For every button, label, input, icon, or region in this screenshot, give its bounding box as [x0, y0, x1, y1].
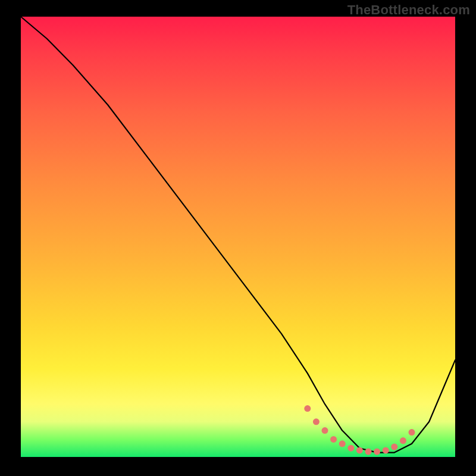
optimal-zone-dot — [400, 437, 406, 444]
optimal-zone-dot — [409, 429, 415, 436]
bottleneck-curve-line — [21, 17, 455, 453]
optimal-zone-dot — [347, 445, 354, 452]
optimal-zone-dot — [330, 436, 337, 443]
optimal-zone-markers — [304, 405, 415, 455]
optimal-zone-dot — [365, 449, 372, 455]
optimal-zone-dot — [339, 440, 346, 447]
plot-area — [21, 17, 455, 457]
optimal-zone-dot — [356, 447, 363, 453]
chart-svg — [21, 17, 455, 457]
optimal-zone-dot — [313, 418, 320, 425]
optimal-zone-dot — [383, 447, 389, 453]
optimal-zone-dot — [322, 427, 328, 434]
chart-frame: TheBottleneck.com — [0, 0, 476, 476]
optimal-zone-dot — [391, 444, 397, 450]
watermark-text: TheBottleneck.com — [347, 2, 470, 18]
optimal-zone-dot — [304, 405, 311, 412]
optimal-zone-dot — [374, 449, 380, 455]
